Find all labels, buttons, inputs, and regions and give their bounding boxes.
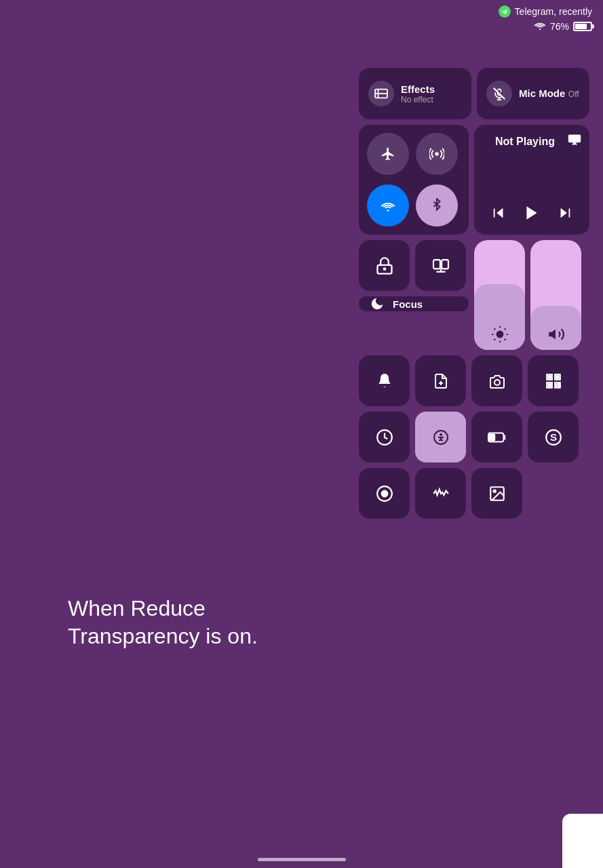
voice-memo-icon xyxy=(432,485,450,502)
screen-lock-tile[interactable] xyxy=(359,240,410,291)
voice-memo-tile[interactable] xyxy=(415,468,466,519)
clock-tile[interactable] xyxy=(359,412,410,462)
connectivity-bottom xyxy=(367,184,461,226)
effects-title: Effects xyxy=(401,83,435,95)
airplane-icon xyxy=(381,146,395,161)
svg-rect-42 xyxy=(548,376,550,378)
airplane-mode-btn[interactable] xyxy=(367,133,409,175)
battery-low-icon xyxy=(488,431,507,443)
camera-tile[interactable] xyxy=(471,355,522,406)
mic-mode-text: Mic Mode Off xyxy=(519,87,579,100)
now-playing-tile[interactable]: Not Playing xyxy=(474,125,589,235)
status-bar: Telegram, recently 76% xyxy=(488,0,603,32)
mic-mode-tile[interactable]: Mic Mode Off xyxy=(477,68,589,119)
mirror-icon xyxy=(431,258,450,273)
hotspot-btn[interactable] xyxy=(416,133,458,175)
bluetooth-btn[interactable] xyxy=(416,184,458,226)
screen-record-tile[interactable] xyxy=(359,468,410,519)
focus-label: Focus xyxy=(393,298,423,310)
status-icons: 76% xyxy=(534,20,592,32)
mic-icon xyxy=(492,87,506,100)
svg-point-0 xyxy=(539,28,541,30)
effects-tile[interactable]: Effects No effect xyxy=(359,68,471,119)
svg-line-29 xyxy=(504,329,505,330)
notification-tile[interactable] xyxy=(359,355,410,406)
note-tile[interactable] xyxy=(415,355,466,406)
white-corner xyxy=(562,814,603,868)
focus-tile[interactable]: Focus xyxy=(359,296,469,311)
fast-forward-btn[interactable] xyxy=(551,199,579,226)
play-icon xyxy=(523,204,541,222)
svg-point-53 xyxy=(381,490,387,496)
wifi-btn[interactable] xyxy=(367,184,409,226)
svg-rect-17 xyxy=(433,260,440,269)
row-small-buttons-2: S xyxy=(359,412,589,462)
play-btn[interactable] xyxy=(518,199,545,226)
focus-moon-icon xyxy=(370,296,385,311)
svg-rect-37 xyxy=(555,382,557,384)
mic-icon-circle xyxy=(486,81,512,106)
bottom-text-line2: Transparency is on. xyxy=(68,623,258,651)
svg-text:S: S xyxy=(549,431,556,443)
brightness-slider[interactable] xyxy=(474,240,525,350)
bottom-text: When Reduce Transparency is on. xyxy=(68,595,258,651)
camera-icon xyxy=(488,374,506,389)
wifi-icon xyxy=(534,20,546,32)
effects-icon-circle xyxy=(368,81,394,106)
svg-line-24 xyxy=(494,329,495,330)
effects-icon xyxy=(374,87,389,100)
app-indicator: Telegram, recently xyxy=(499,5,592,18)
effects-text: Effects No effect xyxy=(401,83,435,104)
row-effects-mic: Effects No effect Mic Mode Off xyxy=(359,68,589,119)
photos-tile[interactable] xyxy=(471,468,522,519)
mic-mode-subtitle: Off xyxy=(568,90,579,99)
accessibility-tile[interactable] xyxy=(415,412,466,462)
svg-rect-49 xyxy=(489,434,494,440)
clock-icon xyxy=(376,429,393,446)
svg-marker-12 xyxy=(526,206,537,220)
row-screen-focus-sliders: Focus xyxy=(359,240,589,350)
row-small-buttons-1 xyxy=(359,355,589,406)
screen-mirror-tile[interactable] xyxy=(415,240,466,291)
shazam-tile[interactable]: S xyxy=(528,412,579,462)
mic-mode-title: Mic Mode xyxy=(519,87,565,99)
svg-point-16 xyxy=(383,268,385,269)
svg-marker-10 xyxy=(497,208,503,218)
svg-marker-30 xyxy=(549,329,556,339)
bluetooth-icon xyxy=(431,198,443,213)
svg-marker-13 xyxy=(560,208,566,218)
photos-icon xyxy=(488,485,506,502)
battery-percent: 76% xyxy=(550,21,569,32)
note-icon xyxy=(433,373,449,389)
fast-forward-icon xyxy=(558,205,572,220)
qr-icon xyxy=(545,372,562,390)
svg-line-28 xyxy=(494,339,495,340)
connectivity-top xyxy=(367,133,461,175)
svg-rect-18 xyxy=(442,260,448,269)
row-connectivity-nowplaying: Not Playing xyxy=(359,125,589,235)
volume-slider[interactable] xyxy=(530,240,581,350)
screen-mirror-row xyxy=(359,240,469,291)
connectivity-tile xyxy=(359,125,469,235)
wifi-btn-icon xyxy=(381,199,395,212)
accessibility-icon xyxy=(433,429,449,446)
qr-code-tile[interactable] xyxy=(528,355,579,406)
left-column: Focus xyxy=(359,240,469,311)
row-small-buttons-3 xyxy=(359,468,589,519)
rewind-btn[interactable] xyxy=(485,199,512,226)
home-indicator xyxy=(258,858,346,861)
app-dot xyxy=(499,5,511,18)
low-power-tile[interactable] xyxy=(471,412,522,462)
record-icon xyxy=(376,485,393,502)
svg-point-55 xyxy=(493,490,495,492)
svg-point-47 xyxy=(440,433,442,436)
volume-icon xyxy=(547,326,565,343)
brightness-icon xyxy=(491,326,509,343)
svg-point-33 xyxy=(494,380,500,385)
effects-subtitle: No effect xyxy=(401,95,435,104)
svg-rect-44 xyxy=(548,384,550,386)
airplay-icon[interactable] xyxy=(568,133,581,150)
shazam-icon: S xyxy=(545,429,562,446)
nowplaying-controls xyxy=(482,199,581,226)
svg-line-25 xyxy=(504,339,505,340)
